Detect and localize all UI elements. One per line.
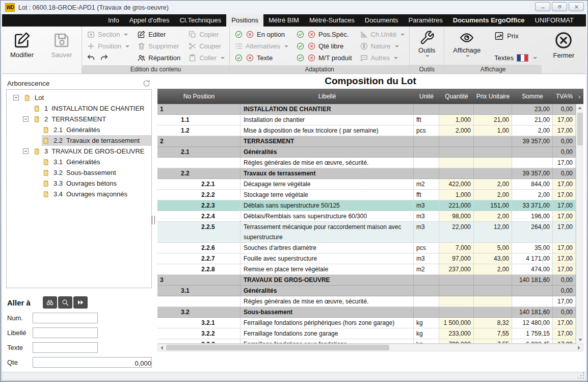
tree-item-1-installation-de-chantier[interactable]: 1INSTALLATION DE CHANTIER	[7, 103, 151, 114]
menu-item-info[interactable]: Info	[103, 14, 124, 27]
resize-grip[interactable]	[583, 377, 584, 378]
enable-check-icon[interactable]	[296, 54, 305, 62]
disable-x-icon[interactable]	[246, 30, 254, 39]
outils-button[interactable]: Outils	[414, 29, 439, 65]
scroll-down-icon[interactable]	[576, 336, 584, 344]
table-row-2-2-6[interactable]: 2.2.6Souches d'arbres diamètrepcs7,0005,…	[157, 243, 576, 253]
tree-item-3-2-sous-bassement[interactable]: 3.2Sous-bassement	[7, 167, 151, 178]
table-row-2-2-4[interactable]: 2.2.4Déblais/Remblais sans superstructur…	[157, 211, 576, 222]
tree-item-2-2-travaux-de-terrassement[interactable]: 2.2Travaux de terrassement	[7, 135, 151, 146]
section-button[interactable]: Section	[87, 29, 129, 40]
menu-item-documents[interactable]: Documents	[360, 14, 404, 27]
tree-item-3-1-g-n-ralit-s[interactable]: 3.1Généralités	[7, 157, 151, 167]
disable-x-icon[interactable]	[307, 42, 316, 50]
column-header-unite[interactable]: Unité	[414, 93, 439, 100]
autres-button[interactable]: Autres	[360, 52, 405, 64]
horizontal-scroll-thumb[interactable]	[166, 345, 389, 350]
table-row-1-2[interactable]: 1.2Mise à disposition de feux tricolore …	[157, 125, 576, 136]
tree-item-2-terrassement[interactable]: 2TERRASSEMENT	[7, 114, 151, 124]
tree-item-3-travaux-de-gros-oeuvre[interactable]: 3TRAVAUX DE GROS-OEUVRE	[7, 146, 151, 157]
table-row-2-2[interactable]: 2.2Travaux de terrassement39 357,000,00	[157, 168, 576, 179]
more-columns-icon[interactable]: ›	[576, 93, 583, 100]
menu-item-m-tr-surfaces[interactable]: Métré-Surfaces	[304, 14, 360, 27]
pos-sp-c-button[interactable]: Pos.Spéc.	[296, 29, 352, 40]
minimize-button[interactable]	[535, 2, 550, 11]
prix-button[interactable]: Prix	[494, 31, 537, 41]
goto-input-qte[interactable]	[33, 357, 152, 368]
vertical-scrollbar[interactable]	[576, 104, 583, 344]
fast-forward-button[interactable]	[73, 296, 88, 309]
table-row-1[interactable]: 1INSTALLATION DE CHANTIER23,000,00	[157, 104, 576, 115]
menu-item-cl-techniques[interactable]: Cl.Techniques	[175, 14, 227, 27]
disable-x-icon[interactable]	[307, 54, 316, 62]
table-row-2-2-1[interactable]: 2.2.1Décapage terre végétalem2422,0002,0…	[157, 179, 576, 190]
m-t-produit-button[interactable]: M/T produit	[296, 52, 352, 64]
tree-item-3-4-ouvrages-ma-onn-s[interactable]: 3.4Ouvrages maçonnés	[7, 189, 151, 199]
enable-check-icon[interactable]	[234, 54, 243, 62]
table-row-3-2[interactable]: 3.2Sous-bassement140 181,600,00	[157, 307, 576, 318]
enable-check-icon[interactable]	[296, 42, 305, 50]
scroll-up-icon[interactable]	[576, 104, 583, 112]
menu-item-param-tres[interactable]: Paramètres	[404, 14, 448, 27]
enable-check-icon[interactable]	[296, 30, 305, 39]
tree-expander-icon[interactable]	[23, 116, 29, 122]
tree-expander-icon[interactable]	[13, 95, 19, 100]
tree-item-2-1-g-n-ralit-s[interactable]: 2.1Généralités	[7, 124, 151, 135]
undo-button[interactable]	[87, 54, 95, 62]
goto-input-texte[interactable]	[33, 342, 98, 353]
table-row-2-2-3[interactable]: 2.2.3Déblais sans superstructure 50/125m…	[157, 200, 576, 211]
scroll-left-icon[interactable]	[158, 344, 166, 351]
close-button[interactable]	[569, 2, 584, 11]
ch-unit-button[interactable]: Ch.Unité	[360, 29, 405, 40]
tree-item-3-3-ouvrages-b-tons[interactable]: 3.3Ouvrages bétons	[7, 178, 151, 189]
table-row-3[interactable]: 3TRAVAUX DE GROS-OEUVRE140 181,600,00	[157, 275, 576, 286]
modifier-button[interactable]: Modifier	[2, 27, 42, 59]
refresh-icon[interactable]	[142, 79, 151, 88]
vertical-scroll-thumb[interactable]	[577, 113, 583, 145]
disable-x-icon[interactable]	[246, 54, 254, 62]
table-row-text-17[interactable]: Règles générales de mise en œuvre, sécur…	[157, 296, 576, 307]
qt-libre-button[interactable]: Qté libre	[296, 40, 352, 52]
coller-button[interactable]: Coller	[188, 52, 225, 64]
table-row-2[interactable]: 2TERRASSEMENT39 357,000,00	[157, 136, 576, 147]
column-header-tva[interactable]: TVA%	[553, 93, 576, 100]
fermer-button[interactable]: Fermer	[544, 27, 583, 73]
panel-splitter-handle[interactable]	[152, 216, 155, 224]
column-header-prix-unitaire[interactable]: Prix Unitaire	[474, 93, 512, 100]
column-header-no-position[interactable]: No Position	[157, 93, 240, 100]
menu-item-m-tr-bim[interactable]: Métré BIM	[263, 14, 304, 27]
tree-item-lot[interactable]: Lot	[7, 92, 151, 103]
en-option-button[interactable]: En option	[234, 29, 288, 40]
table-row-3-2-2[interactable]: 3.2.2Ferraillage fondations zone garagek…	[157, 328, 576, 339]
tree-expander-icon[interactable]	[23, 148, 29, 154]
r-partition-button[interactable]: Répartition	[137, 52, 180, 64]
position-button[interactable]: Position	[87, 40, 129, 52]
horizontal-scrollbar[interactable]	[157, 344, 583, 351]
binoculars-button[interactable]	[43, 296, 57, 309]
table-row-2-1[interactable]: 2.1Généralités0,00	[157, 147, 576, 158]
table-row-3-2-1[interactable]: 3.2.1Ferraillage fondations périphérique…	[157, 318, 576, 328]
editer-button[interactable]: Editer	[137, 29, 180, 40]
menu-item-positions[interactable]: Positions	[226, 14, 263, 27]
menu-item-uniformat[interactable]: UNIFORMAT	[530, 14, 579, 27]
couper-button[interactable]: Couper	[188, 40, 225, 52]
menu-item-appel-d-offres[interactable]: Appel d'offres	[124, 14, 175, 27]
column-header-libelle[interactable]: Libellé	[240, 93, 414, 100]
affichage-button[interactable]: Affichage	[449, 29, 485, 65]
restore-button[interactable]	[552, 2, 567, 11]
table-row-1-1[interactable]: 1.1Installation de chantierfft1,00021,00…	[157, 115, 576, 125]
table-row-2-2-5[interactable]: 2.2.5Terrassement mécanique pour raccord…	[157, 222, 576, 243]
table-row-2-2-8[interactable]: 2.2.8Remise en place terre végétalem2237…	[157, 264, 576, 275]
table-row-text-5[interactable]: Règles générales de mise en œuvre, sécur…	[157, 158, 576, 168]
texte-button[interactable]: Texte	[234, 52, 288, 64]
column-header-somme[interactable]: Somme	[512, 93, 553, 100]
goto-input-num[interactable]	[33, 313, 98, 323]
table-row-2-2-7[interactable]: 2.2.7Fouille avec superstructurem397,000…	[157, 253, 576, 264]
column-header-quantite[interactable]: Quantité	[439, 93, 474, 100]
supprimer-button[interactable]: Supprimer	[137, 40, 180, 52]
nature-button[interactable]: Nature	[360, 40, 405, 52]
menu-item-documents-ergooffice[interactable]: Documents ErgoOffice	[448, 14, 530, 27]
copier-button[interactable]: Copier	[188, 29, 225, 40]
scroll-right-icon[interactable]	[575, 344, 583, 351]
magnifier-button[interactable]	[58, 296, 72, 309]
